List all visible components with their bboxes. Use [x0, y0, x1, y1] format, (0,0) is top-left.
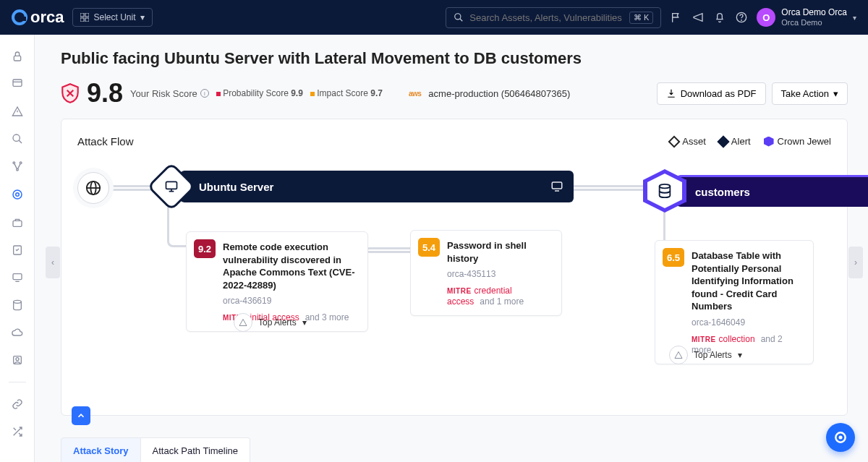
- svg-rect-8: [14, 56, 20, 61]
- svg-point-18: [13, 190, 22, 199]
- left-sidebar: [0, 35, 35, 462]
- flow-legend: Asset Alert Crown Jewel: [670, 136, 831, 147]
- svg-rect-30: [166, 181, 177, 189]
- user-sub: Orca Demo: [781, 18, 847, 27]
- svg-point-17: [15, 193, 19, 197]
- user-name: Orca Demo Orca: [781, 8, 847, 17]
- tab-attack-timeline[interactable]: Attack Path Timeline: [141, 437, 251, 462]
- severity-badge: 5.4: [418, 238, 440, 257]
- svg-point-25: [16, 358, 19, 361]
- svg-point-4: [455, 14, 461, 20]
- lock-icon[interactable]: [10, 51, 25, 62]
- asset-label: customers: [695, 186, 750, 198]
- chevron-down-icon: ▾: [853, 14, 856, 22]
- chat-fab[interactable]: [826, 423, 855, 452]
- graph-icon[interactable]: [10, 161, 25, 172]
- asset-node-ubuntu[interactable]: Ubuntu Server: [154, 169, 574, 204]
- global-search[interactable]: ⌘ K: [446, 7, 661, 28]
- panel-title: Attack Flow: [77, 135, 134, 147]
- take-action-button[interactable]: Take Action ▾: [772, 82, 848, 105]
- attack-path-icon[interactable]: [10, 188, 25, 201]
- select-unit-dropdown[interactable]: Select Unit ▾: [72, 8, 152, 27]
- top-header: orca Select Unit ▾ ⌘ K O Orca Demo Orca …: [0, 0, 868, 35]
- severity-badge: 6.5: [663, 248, 684, 267]
- svg-point-35: [660, 184, 671, 189]
- tab-label: Attack Path Timeline: [153, 445, 239, 456]
- chevron-down-icon: ▾: [833, 88, 838, 99]
- alert-title: Database Table with Potentially Personal…: [692, 249, 803, 313]
- page-title: Public facing Ubuntu Server with Lateral…: [61, 49, 848, 68]
- svg-rect-1: [85, 13, 89, 17]
- help-icon[interactable]: [735, 11, 748, 24]
- top-alerts-label: Top Alerts: [694, 350, 732, 360]
- take-action-label: Take Action: [781, 88, 830, 99]
- alert-card-password[interactable]: 5.4 Password in shell history orca-43511…: [410, 230, 562, 316]
- crown-legend-label: Crown Jewel: [778, 136, 831, 147]
- svg-rect-9: [13, 80, 22, 86]
- flow-canvas: Ubuntu Server 9.2 Remote code execution …: [77, 169, 831, 386]
- cloud-icon[interactable]: [10, 327, 25, 338]
- tab-attack-story[interactable]: Attack Story: [61, 437, 141, 462]
- score-row: 9.8 Your Risk Score i Probability Score …: [61, 78, 848, 108]
- download-pdf-button[interactable]: Download as PDF: [657, 82, 766, 105]
- search-nav-icon[interactable]: [10, 133, 25, 145]
- download-icon: [666, 88, 676, 98]
- asset-label: Ubuntu Server: [199, 181, 273, 193]
- svg-point-15: [20, 162, 22, 164]
- shuffle-icon[interactable]: [10, 426, 25, 437]
- svg-rect-2: [80, 18, 84, 22]
- alert-triangle-icon: [674, 351, 683, 359]
- panel-collapse-button[interactable]: [72, 406, 90, 425]
- flag-icon[interactable]: [670, 11, 683, 24]
- svg-point-12: [13, 134, 20, 141]
- monitor-small-icon: [550, 180, 563, 193]
- prob-value: 9.9: [291, 88, 303, 98]
- chevron-down-icon: ▾: [140, 12, 145, 22]
- search-input[interactable]: [469, 12, 624, 23]
- user-meta: Orca Demo Orca Orca Demo: [781, 8, 847, 26]
- flow-prev-button[interactable]: ‹: [46, 247, 60, 278]
- briefcase-icon[interactable]: [10, 217, 25, 228]
- asset-legend-icon: [668, 135, 681, 147]
- top-alerts-toggle[interactable]: Top Alerts▾: [234, 313, 307, 332]
- svg-rect-19: [13, 221, 22, 226]
- internet-node[interactable]: [77, 172, 109, 204]
- top-alerts-label: Top Alerts: [258, 317, 297, 328]
- top-alerts-toggle[interactable]: Top Alerts▾: [669, 346, 742, 364]
- database-icon[interactable]: [10, 299, 25, 311]
- alert-title: Password in shell history: [447, 239, 551, 265]
- impact-value: 9.7: [370, 88, 383, 98]
- svg-point-7: [741, 20, 742, 21]
- user-menu[interactable]: O Orca Demo Orca Orca Demo ▾: [757, 8, 856, 27]
- crown-jewel-node-customers[interactable]: customers: [643, 169, 868, 213]
- user-box-icon[interactable]: [10, 354, 25, 366]
- svg-line-5: [460, 19, 463, 22]
- risk-score-value: 9.8: [87, 78, 123, 108]
- svg-point-37: [839, 436, 843, 440]
- svg-rect-3: [85, 18, 89, 22]
- bell-icon[interactable]: [713, 11, 726, 24]
- detail-tabs: Attack Story Attack Path Timeline: [61, 437, 848, 462]
- chevron-up-icon: [76, 411, 86, 421]
- shield-icon: [61, 82, 80, 104]
- brand-text: orca: [30, 8, 64, 27]
- monitor-icon[interactable]: [10, 272, 25, 283]
- info-icon[interactable]: i: [200, 89, 209, 98]
- link-icon[interactable]: [10, 398, 25, 410]
- dashboard-icon[interactable]: [10, 78, 25, 90]
- alert-id: orca-435113: [447, 269, 551, 279]
- database-icon: [657, 183, 673, 199]
- announce-icon[interactable]: [692, 11, 705, 24]
- checklist-icon[interactable]: [10, 244, 25, 256]
- alert-legend-icon: [717, 135, 729, 147]
- alert-title: Remote code execution vulnerability disc…: [223, 241, 357, 291]
- svg-rect-21: [13, 274, 22, 280]
- logo[interactable]: orca: [12, 8, 64, 27]
- impact-label: Impact Score: [317, 88, 368, 98]
- more-tactics: and 3 more: [305, 312, 349, 322]
- svg-point-14: [13, 162, 15, 164]
- alert-triangle-icon[interactable]: [10, 106, 25, 117]
- chat-icon: [833, 430, 848, 445]
- search-icon: [454, 12, 464, 22]
- svg-rect-0: [80, 13, 84, 17]
